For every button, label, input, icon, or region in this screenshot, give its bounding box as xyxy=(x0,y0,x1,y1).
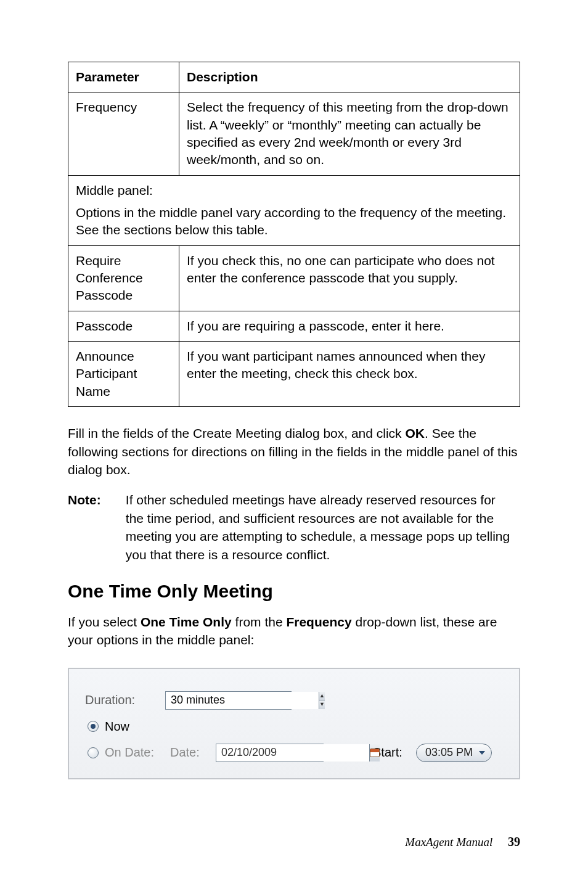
cell-middle-panel: Middle panel: Options in the middle pane… xyxy=(68,175,520,245)
paragraph-fill-fields: Fill in the fields of the Create Meeting… xyxy=(68,424,520,478)
cell-param: Frequency xyxy=(68,92,179,175)
note-body: If other scheduled meetings have already… xyxy=(126,491,517,564)
chevron-down-icon xyxy=(479,751,485,755)
paragraph-one-time-only: If you select One Time Only from the Fre… xyxy=(68,613,520,649)
duration-spinner[interactable]: ▲ ▼ xyxy=(165,691,292,710)
note-block: Note: If other scheduled meetings have a… xyxy=(68,491,520,564)
start-time-dropdown[interactable]: 03:05 PM xyxy=(416,744,492,762)
footer-title: MaxAgent Manual xyxy=(405,835,492,848)
cell-desc: Select the frequency of this meeting fro… xyxy=(179,92,520,175)
table-row: Require Conference Passcode If you check… xyxy=(68,245,520,311)
spinner-up-icon[interactable]: ▲ xyxy=(319,692,325,700)
middle-panel-text: Options in the middle panel vary accordi… xyxy=(76,204,512,239)
start-time-value: 03:05 PM xyxy=(425,746,473,759)
heading-one-time-only: One Time Only Meeting xyxy=(68,581,520,602)
note-label: Note: xyxy=(68,491,122,509)
table-row: Announce Participant Name If you want pa… xyxy=(68,342,520,407)
radio-now-label: Now xyxy=(105,720,129,734)
calendar-icon xyxy=(370,749,380,757)
radio-on-date-label: On Date: xyxy=(105,745,168,760)
th-description: Description xyxy=(179,62,520,92)
footer-page-number: 39 xyxy=(508,835,520,848)
table-row: Passcode If you are requiring a passcode… xyxy=(68,311,520,341)
page-footer: MaxAgent Manual 39 xyxy=(0,816,588,870)
th-parameter: Parameter xyxy=(68,62,179,92)
spinner-buttons[interactable]: ▲ ▼ xyxy=(319,692,325,709)
cell-param: Passcode xyxy=(68,311,179,341)
table-row-span: Middle panel: Options in the middle pane… xyxy=(68,175,520,245)
dialog-panel: Duration: ▲ ▼ Now On Date: Date: xyxy=(68,668,520,779)
cell-desc: If you check this, no one can participat… xyxy=(179,245,520,311)
duration-input[interactable] xyxy=(166,692,319,709)
cell-desc: If you want participant names announced … xyxy=(179,342,520,407)
middle-panel-title: Middle panel: xyxy=(76,182,512,199)
duration-label: Duration: xyxy=(85,693,165,707)
parameter-table: Parameter Description Frequency Select t… xyxy=(68,62,520,407)
table-row: Frequency Select the frequency of this m… xyxy=(68,92,520,175)
date-input[interactable] xyxy=(216,744,369,761)
cell-desc: If you are requiring a passcode, enter i… xyxy=(179,311,520,341)
date-sublabel: Date: xyxy=(170,745,216,760)
spinner-down-icon[interactable]: ▼ xyxy=(319,700,325,709)
cell-param: Require Conference Passcode xyxy=(68,245,179,311)
cell-param: Announce Participant Name xyxy=(68,342,179,407)
radio-on-date[interactable] xyxy=(88,747,99,758)
date-field[interactable] xyxy=(216,744,324,762)
radio-now[interactable] xyxy=(88,721,99,732)
